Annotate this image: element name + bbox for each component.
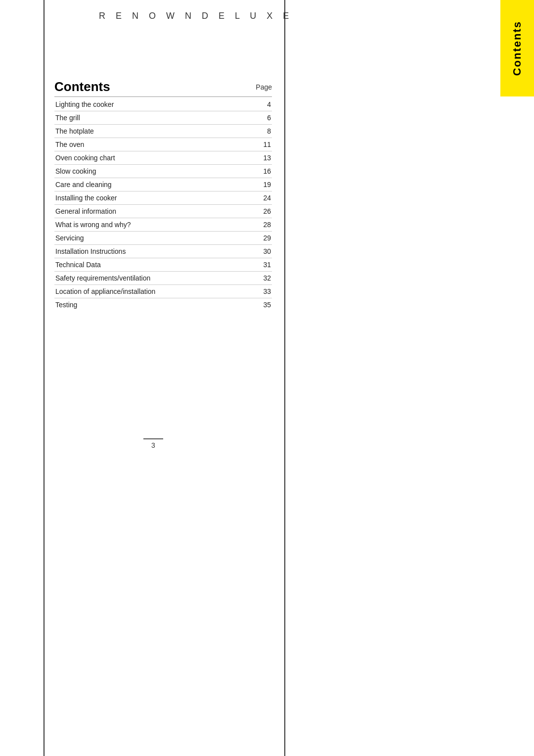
border-right xyxy=(284,0,285,756)
toc-item-page: 11 xyxy=(257,138,272,151)
toc-row: Care and cleaning19 xyxy=(54,178,272,191)
toc-row: Installation Instructions30 xyxy=(54,245,272,258)
toc-row: The grill6 xyxy=(54,111,272,125)
page-number-line xyxy=(143,438,163,439)
toc-item-page: 30 xyxy=(257,245,272,258)
toc-item-page: 4 xyxy=(257,98,272,111)
tab-label: Contents xyxy=(511,21,524,76)
toc-item-title: Slow cooking xyxy=(54,165,257,178)
page-container: Contents R E N O W N D E L U X E Content… xyxy=(0,0,534,756)
toc-item-page: 8 xyxy=(257,125,272,138)
toc-item-title: Servicing xyxy=(54,232,257,245)
toc-row: Slow cooking16 xyxy=(54,165,272,178)
toc-item-title: Testing xyxy=(54,298,257,312)
toc-item-title: Care and cleaning xyxy=(54,178,257,191)
toc-row: What is wrong and why?28 xyxy=(54,218,272,232)
toc-row: Testing35 xyxy=(54,298,272,312)
border-left xyxy=(44,0,44,756)
page-label: Page xyxy=(256,83,272,91)
toc-item-title: Installation Instructions xyxy=(54,245,257,258)
toc-item-title: General information xyxy=(54,205,257,218)
page-number-area: 3 xyxy=(143,438,163,449)
toc-item-page: 35 xyxy=(257,298,272,312)
toc-item-title: Location of appliance/installation xyxy=(54,285,257,298)
toc-item-title: What is wrong and why? xyxy=(54,218,257,232)
content-area: Contents Page Lighting the cooker4The gr… xyxy=(54,79,272,311)
toc-item-title: Lighting the cooker xyxy=(54,98,257,111)
toc-item-title: The oven xyxy=(54,138,257,151)
toc-row: Servicing29 xyxy=(54,232,272,245)
toc-item-page: 31 xyxy=(257,258,272,272)
toc-item-title: The hotplate xyxy=(54,125,257,138)
toc-item-page: 33 xyxy=(257,285,272,298)
toc-row: The hotplate8 xyxy=(54,125,272,138)
toc-row: Lighting the cooker4 xyxy=(54,98,272,111)
toc-row: Safety requirements/ventilation32 xyxy=(54,272,272,285)
toc-item-page: 6 xyxy=(257,111,272,125)
toc-item-page: 32 xyxy=(257,272,272,285)
toc-item-page: 29 xyxy=(257,232,272,245)
toc-row: Oven cooking chart13 xyxy=(54,151,272,165)
toc-item-title: Installing the cooker xyxy=(54,191,257,205)
toc-row: The oven11 xyxy=(54,138,272,151)
toc-row: General information26 xyxy=(54,205,272,218)
toc-item-title: Safety requirements/ventilation xyxy=(54,272,257,285)
toc-item-page: 24 xyxy=(257,191,272,205)
toc-item-page: 13 xyxy=(257,151,272,165)
brand-name: R E N O W N D E L U X E xyxy=(99,11,293,21)
toc-item-page: 26 xyxy=(257,205,272,218)
toc-row: Installing the cooker24 xyxy=(54,191,272,205)
toc-item-page: 28 xyxy=(257,218,272,232)
toc-table: Lighting the cooker4The grill6The hotpla… xyxy=(54,98,272,311)
toc-header: Contents Page xyxy=(54,79,272,97)
yellow-tab: Contents xyxy=(500,0,534,96)
toc-item-title: Technical Data xyxy=(54,258,257,272)
contents-heading: Contents xyxy=(54,79,110,94)
toc-item-title: The grill xyxy=(54,111,257,125)
toc-item-page: 16 xyxy=(257,165,272,178)
toc-row: Location of appliance/installation33 xyxy=(54,285,272,298)
toc-item-page: 19 xyxy=(257,178,272,191)
toc-item-title: Oven cooking chart xyxy=(54,151,257,165)
page-number: 3 xyxy=(143,441,163,449)
toc-row: Technical Data31 xyxy=(54,258,272,272)
